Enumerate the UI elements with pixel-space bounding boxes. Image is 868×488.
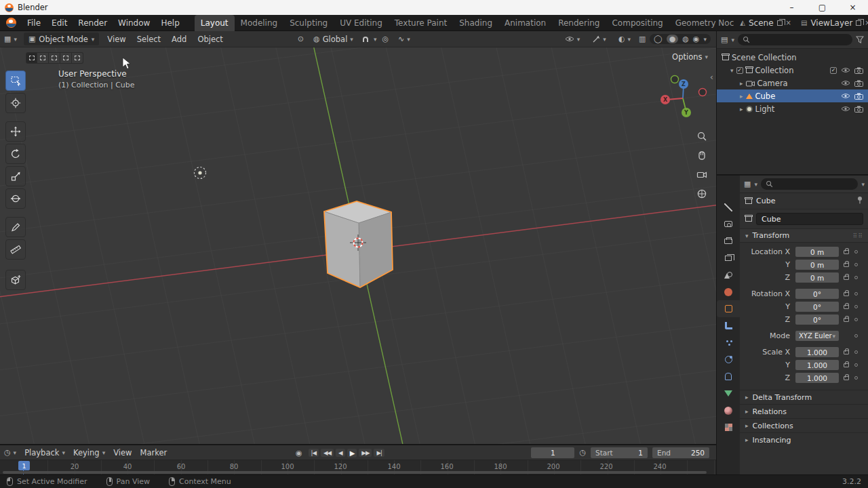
outliner-row-camera[interactable]: ▸ Camera bbox=[717, 77, 868, 89]
eye-icon[interactable] bbox=[841, 93, 850, 99]
tool-cursor[interactable] bbox=[5, 93, 26, 113]
tool-scale[interactable] bbox=[5, 166, 26, 186]
menu-render[interactable]: Render bbox=[73, 15, 113, 31]
lock-icon[interactable] bbox=[844, 250, 849, 254]
render-camera-icon[interactable] bbox=[854, 106, 863, 113]
shading-rendered-button[interactable]: ◉ bbox=[693, 35, 700, 43]
next-keyframe-button[interactable]: ▶▶ bbox=[359, 449, 372, 457]
collections-panel[interactable]: ▸ Collections bbox=[740, 418, 868, 432]
mode-select[interactable]: ▣ Object Mode ▾ bbox=[24, 33, 99, 45]
tab-material[interactable] bbox=[717, 402, 740, 419]
menu-file[interactable]: File bbox=[22, 15, 46, 31]
select-mode-intersect[interactable] bbox=[72, 52, 83, 64]
relations-panel[interactable]: ▸ Relations bbox=[740, 404, 868, 418]
viewlayer-selector[interactable]: ▤ ViewLayer × bbox=[801, 18, 868, 28]
animate-dot[interactable] bbox=[854, 292, 858, 296]
collection-checkbox[interactable]: ✓ bbox=[736, 67, 743, 74]
minimize-button[interactable]: – bbox=[776, 0, 807, 15]
disclosure-triangle[interactable]: ▾ bbox=[730, 67, 734, 74]
menu-view[interactable]: View bbox=[102, 31, 131, 47]
jump-to-start-button[interactable]: |◀ bbox=[309, 449, 319, 457]
disclosure-triangle[interactable]: ▸ bbox=[740, 93, 743, 100]
shading-material-button[interactable]: ◍ bbox=[682, 35, 689, 43]
exclude-checkbox[interactable]: ✓ bbox=[830, 67, 837, 74]
menu-window[interactable]: Window bbox=[113, 15, 155, 31]
tab-world[interactable] bbox=[717, 283, 740, 300]
tab-uv-editing[interactable]: UV Editing bbox=[334, 15, 389, 31]
transform-orientation-button[interactable]: ◍ Global ▾ bbox=[309, 31, 357, 47]
blender-logo-icon[interactable] bbox=[6, 18, 16, 28]
instancing-panel[interactable]: ▸ Instancing bbox=[740, 432, 868, 447]
rotation-y-field[interactable]: 0° bbox=[795, 302, 839, 312]
properties-search-input[interactable] bbox=[761, 178, 859, 190]
overlays-button[interactable]: ◐ ▾ bbox=[614, 31, 635, 47]
keying-menu[interactable]: Keying ▾ bbox=[69, 445, 109, 461]
tab-layout[interactable]: Layout bbox=[195, 15, 235, 31]
rotation-z-field[interactable]: 0° bbox=[795, 314, 839, 325]
location-z-field[interactable]: 0 m bbox=[795, 272, 839, 283]
select-mode-subtract[interactable] bbox=[49, 52, 60, 64]
menu-select[interactable]: Select bbox=[132, 31, 166, 47]
timeline-ruler[interactable]: 1 20 40 60 80 100 120 140 160 180 200 22… bbox=[0, 460, 716, 474]
tab-tool[interactable] bbox=[717, 199, 740, 216]
timeline-editor-button[interactable]: ◷ ▾ bbox=[0, 445, 20, 461]
menu-edit[interactable]: Edit bbox=[46, 15, 73, 31]
select-mode-new[interactable] bbox=[26, 52, 37, 64]
select-mode-extend[interactable] bbox=[37, 52, 49, 64]
tool-measure[interactable] bbox=[5, 239, 26, 260]
jump-to-end-button[interactable]: ▶| bbox=[374, 449, 384, 457]
render-camera-icon[interactable] bbox=[854, 80, 863, 87]
gizmo-neg-y-handle[interactable] bbox=[671, 76, 679, 83]
drag-grip-icon[interactable]: ⠿⠿ bbox=[853, 232, 863, 239]
outliner-row-collection[interactable]: ▾ ✓ Collection ✓ bbox=[717, 64, 868, 77]
tab-compositing[interactable]: Compositing bbox=[606, 15, 669, 31]
playback-menu[interactable]: Playback ▾ bbox=[20, 445, 69, 461]
timeline-scrollbar[interactable] bbox=[3, 471, 707, 474]
pan-button[interactable] bbox=[693, 146, 711, 164]
play-button[interactable]: ▶ bbox=[347, 449, 357, 458]
auto-key-record-button[interactable]: ◉ bbox=[296, 449, 302, 458]
location-x-field[interactable]: 0 m bbox=[795, 247, 839, 257]
tab-shading[interactable]: Shading bbox=[453, 15, 498, 31]
zoom-button[interactable] bbox=[693, 127, 711, 145]
lock-icon[interactable] bbox=[844, 292, 849, 296]
prev-keyframe-button[interactable]: ◀◀ bbox=[321, 449, 334, 457]
xray-toggle[interactable]: ▥ bbox=[639, 35, 646, 43]
animate-dot[interactable] bbox=[854, 250, 858, 253]
tool-transform[interactable] bbox=[5, 188, 26, 209]
animate-dot[interactable] bbox=[854, 263, 858, 266]
ortho-toggle-button[interactable] bbox=[693, 185, 711, 203]
filter-chevron[interactable]: ▾ bbox=[861, 181, 865, 188]
lock-icon[interactable] bbox=[844, 350, 849, 354]
animate-dot[interactable] bbox=[854, 276, 858, 279]
tab-output[interactable] bbox=[717, 232, 740, 249]
disclosure-triangle[interactable]: ▸ bbox=[740, 80, 743, 87]
options-button[interactable]: Options ▾ bbox=[672, 52, 708, 62]
tool-rotate[interactable] bbox=[5, 144, 26, 164]
tab-modifiers[interactable] bbox=[717, 317, 740, 334]
eye-icon[interactable] bbox=[841, 80, 850, 86]
view-menu[interactable]: View bbox=[109, 445, 136, 461]
shading-wireframe-button[interactable]: ◯ bbox=[654, 35, 662, 43]
gizmos-button[interactable]: ▾ bbox=[588, 31, 610, 47]
animate-dot[interactable] bbox=[854, 318, 858, 321]
falloff-button[interactable]: ∿ ▾ bbox=[394, 31, 414, 47]
menu-add[interactable]: Add bbox=[166, 31, 192, 47]
tab-rendering[interactable]: Rendering bbox=[552, 15, 606, 31]
close-button[interactable]: × bbox=[837, 0, 868, 15]
animate-dot[interactable] bbox=[854, 376, 858, 380]
tab-texture-paint[interactable]: Texture Paint bbox=[389, 15, 453, 31]
new-scene-icon[interactable] bbox=[777, 20, 783, 26]
transform-panel-header[interactable]: ▾ Transform ⠿⠿ bbox=[740, 228, 868, 243]
properties-editor-icon[interactable]: ▦ bbox=[744, 180, 751, 188]
pivot-point-button[interactable]: ⊙ bbox=[294, 31, 308, 47]
rotation-x-field[interactable]: 0° bbox=[795, 289, 839, 299]
scale-y-field[interactable]: 1.000 bbox=[795, 360, 839, 370]
scale-z-field[interactable]: 1.000 bbox=[795, 373, 839, 383]
lock-icon[interactable] bbox=[844, 276, 849, 280]
tab-object-data[interactable] bbox=[717, 385, 740, 402]
render-camera-icon[interactable] bbox=[854, 67, 863, 74]
frame-start-field[interactable]: Start 1 bbox=[591, 447, 648, 458]
tool-select-box[interactable] bbox=[5, 70, 26, 91]
pin-icon[interactable] bbox=[856, 196, 863, 204]
